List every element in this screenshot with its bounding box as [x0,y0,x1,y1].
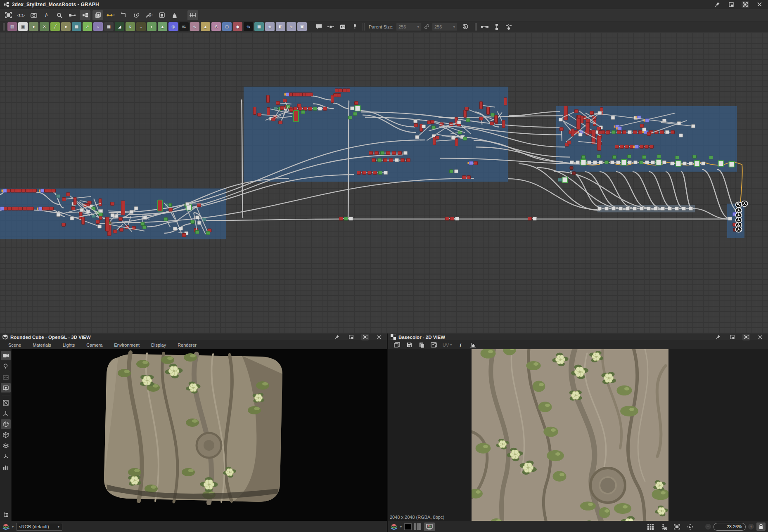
palette-node-6[interactable]: ▦ [72,22,81,31]
palette-node-2[interactable]: ● [29,22,38,31]
reload-image-button[interactable] [429,340,439,350]
toolbar-grip3[interactable] [475,23,477,31]
palette-node-18[interactable]: ▲ [201,22,210,31]
pin-icon-2d[interactable] [714,334,722,340]
camera-mode-button[interactable] [1,351,11,360]
menu-lights[interactable]: Lights [58,341,80,349]
palette-node-11[interactable]: ¤ [126,22,135,31]
snap-grid-button[interactable] [503,22,514,32]
fit-image-button[interactable] [671,522,682,532]
scene-tree-button[interactable] [1,510,11,519]
menu-scene[interactable]: Scene [3,341,26,349]
maximize-icon-2d[interactable] [742,334,750,340]
actual-pixels-button[interactable] [658,522,669,532]
background-swatch[interactable] [404,523,412,530]
close-icon[interactable] [756,1,763,8]
palette-node-8[interactable]: ○ [93,22,103,31]
palette-node-4[interactable]: ╱ [50,22,60,31]
dot-node-button[interactable] [325,22,336,32]
zoom-out-button[interactable]: − [705,524,711,530]
thumbnail-button[interactable] [156,10,167,20]
palette-node-19[interactable]: A [211,22,221,31]
zoom-in-button[interactable]: + [748,524,754,530]
actual-size-button[interactable]: ‹1:1› [16,10,26,20]
float-window-icon[interactable] [728,1,735,8]
palette-node-21[interactable]: ◆ [233,22,242,31]
display-color-button[interactable] [424,523,435,531]
snap-align-button[interactable] [491,22,502,32]
screenshot-button[interactable] [28,10,39,20]
image-info-button[interactable]: i [455,340,466,350]
histogram-button[interactable] [467,340,478,350]
pin-node-button[interactable] [349,22,360,32]
menu-environment[interactable]: Environment [109,341,145,349]
copy-image-button[interactable] [416,340,427,350]
palette-node-15[interactable]: ◎ [168,22,178,31]
palette-node-13[interactable]: ◐ [147,22,156,31]
close-icon-2d[interactable] [756,334,764,340]
toolbar-grip[interactable] [3,23,5,31]
palette-node-23[interactable]: ▦ [254,22,264,31]
palette-node-16[interactable]: 01 [179,22,189,31]
rendered-3d-mesh[interactable] [85,349,296,510]
fit-view-button[interactable] [3,10,14,20]
menu-display[interactable]: Display [146,341,171,349]
palette-node-26[interactable]: ∿ [287,22,296,31]
channel-columns-icon[interactable] [414,523,422,530]
pan-button[interactable] [685,522,695,532]
palette-node-7[interactable]: ↗ [83,22,92,31]
palette-node-5[interactable]: ● [61,22,71,31]
uv-layout-button[interactable] [1,441,11,450]
uv-overlay-toggle[interactable]: UV▾ [443,343,452,348]
palette-node-1[interactable]: ▣ [18,22,28,31]
basecolor-texture-image[interactable] [472,349,668,521]
palette-node-14[interactable]: ▲ [158,22,167,31]
palette-node-25[interactable]: ◧ [276,22,285,31]
zoom-lock-button[interactable] [756,523,766,531]
palette-node-24[interactable]: ◈ [265,22,275,31]
parent-size-width-select[interactable]: 256▾ [396,23,422,31]
float-icon-3d[interactable] [347,334,355,340]
link-node-button[interactable] [67,10,78,20]
comment-button[interactable] [313,22,324,32]
tools-button[interactable]: ▾ [144,10,154,20]
palette-node-3[interactable]: ✕ [40,22,49,31]
link-instances-button[interactable]: ▾ [105,10,116,20]
layers-view-button[interactable] [92,10,103,20]
maximize-icon[interactable] [742,1,749,8]
graph-canvas[interactable] [0,32,768,333]
turntable-button[interactable] [1,452,11,461]
colorspace-layers-icon[interactable] [2,524,9,530]
transform-axis-button[interactable] [1,409,11,418]
menu-materials[interactable]: Materials [28,341,56,349]
recompute-button[interactable] [131,10,142,20]
reset-size-button[interactable] [460,22,471,32]
channels-layers-icon[interactable] [391,524,398,530]
duplicate-image-button[interactable] [391,340,402,350]
mesh-wire-button[interactable] [1,430,11,440]
graph-view-button[interactable] [80,10,90,20]
portal-node-button[interactable] [337,22,348,32]
pin-icon-3d[interactable] [333,334,341,340]
link-size-icon[interactable] [424,24,429,29]
palette-node-17[interactable]: ∿ [190,22,199,31]
pin-icon[interactable] [713,1,721,8]
save-image-button[interactable] [404,340,415,350]
float-icon-2d[interactable] [728,334,736,340]
palette-node-22[interactable]: 4b [244,22,253,31]
light-mode-button[interactable] [1,362,11,371]
grid-snap-button[interactable] [187,10,198,20]
display-settings-button[interactable] [1,383,11,392]
geometry-button[interactable] [1,398,11,407]
environment-image-button[interactable] [1,372,11,382]
info-button[interactable]: i▾ [41,10,52,20]
zoom-level-field[interactable]: 23.26% [713,523,746,531]
palette-node-9[interactable]: ▦ [104,22,114,31]
parent-size-height-select[interactable]: 256▾ [432,23,457,31]
toolbar-grip2[interactable] [363,23,365,31]
mesh-cube-button[interactable] [1,419,11,429]
bake-button[interactable] [169,10,180,20]
close-icon-3d[interactable] [375,334,383,340]
palette-node-20[interactable]: ▢ [222,22,232,31]
menu-renderer[interactable]: Renderer [173,341,201,349]
